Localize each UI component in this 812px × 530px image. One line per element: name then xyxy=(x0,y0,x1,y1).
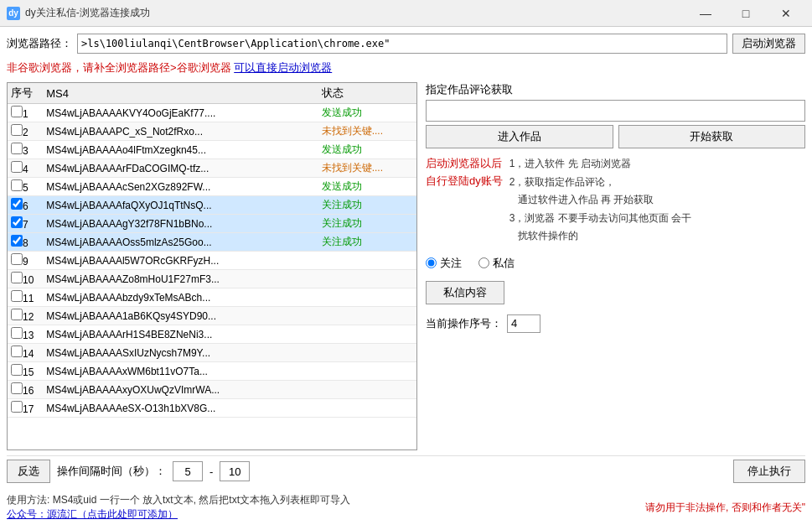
public-link[interactable]: 公众号：源流汇（点击此处即可添加） xyxy=(7,507,350,522)
row-checkbox[interactable] xyxy=(11,216,23,228)
work-url-input[interactable] xyxy=(426,100,805,122)
instruction-1: 1，进入软件 先 启动浏览器 xyxy=(509,155,805,174)
interval-to-input[interactable] xyxy=(220,461,250,481)
row-checkbox[interactable] xyxy=(11,198,23,210)
col-header-seq: 序号 xyxy=(8,83,43,104)
row-checkbox[interactable] xyxy=(11,179,23,191)
row-checkbox[interactable] xyxy=(11,309,23,320)
row-checkbox[interactable] xyxy=(11,253,23,265)
left-panel: 序号 MS4 状态 1MS4wLjABAAAAKVY4OoGjEaKf77...… xyxy=(7,82,417,450)
table-row: 14MS4wLjABAAAASxIUzNycsh7M9Y... xyxy=(8,344,416,362)
row-ms4: MS4wLjABAAAAKVY4OoGjEaKf77.... xyxy=(43,104,318,122)
row-seq: 16 xyxy=(23,385,34,397)
private-radio-label[interactable]: 私信 xyxy=(478,256,515,271)
private-msg-button[interactable]: 私信内容 xyxy=(426,281,504,304)
enter-work-button[interactable]: 进入作品 xyxy=(426,125,613,148)
section-label: 指定作品评论获取 xyxy=(426,82,805,97)
login-hint: 启动浏览器以后 自行登陆dy账号 xyxy=(426,155,503,246)
table-row: 12MS4wLjABAAAA1aB6KQsy4SYD90... xyxy=(8,307,416,325)
current-op-input[interactable] xyxy=(507,314,540,333)
row-checkbox[interactable] xyxy=(11,327,23,339)
table-row: 17MS4wLjABAAAAeSX-O13h1bXV8G... xyxy=(8,399,416,418)
start-browser-button[interactable]: 启动浏览器 xyxy=(732,34,805,54)
row-checkbox[interactable] xyxy=(11,346,23,357)
row-checkbox[interactable] xyxy=(11,401,23,413)
row-status: 关注成功 xyxy=(318,196,416,215)
table-row: 4MS4wLjABAAAArFDaCOGIMQ-tfz...未找到关键.... xyxy=(8,159,416,178)
row-ms4: MS4wLjABAAAAo4lFtmXzegkn45... xyxy=(43,141,318,159)
row-seq: 2 xyxy=(23,127,28,138)
table-header-row: 序号 MS4 状态 xyxy=(8,83,416,104)
row-status: 未找到关键.... xyxy=(318,122,416,141)
follow-radio[interactable] xyxy=(426,257,437,268)
row-ms4: MS4wLjABAAAAeSX-O13h1bXV8G... xyxy=(43,399,318,418)
row-seq: 15 xyxy=(23,366,34,378)
row-status xyxy=(318,252,416,270)
row-seq: 17 xyxy=(23,403,34,415)
row-status xyxy=(318,381,416,399)
follow-radio-label[interactable]: 关注 xyxy=(426,256,462,271)
row-status: 关注成功 xyxy=(318,233,416,252)
ms4-table: 序号 MS4 状态 1MS4wLjABAAAAKVY4OoGjEaKf77...… xyxy=(8,83,416,418)
row-status: 未找到关键.... xyxy=(318,159,416,178)
col-header-status: 状态 xyxy=(318,83,416,104)
row-status: 发送成功 xyxy=(318,104,416,122)
interval-label: 操作间隔时间（秒）： xyxy=(57,464,166,479)
invert-selection-button[interactable]: 反选 xyxy=(7,460,50,483)
row-seq: 10 xyxy=(23,274,34,286)
row-ms4: MS4wLjABAAAAxWM6bt11vO7Ta... xyxy=(43,362,318,381)
row-ms4: MS4wLjABAAAArFDaCOGIMQ-tfz... xyxy=(43,159,318,178)
login-hint-line1: 启动浏览器以后 xyxy=(426,157,502,169)
app-icon: dy xyxy=(7,7,20,20)
bottom-controls: 反选 操作间隔时间（秒）： - 停止执行 xyxy=(7,455,805,486)
title-text: dy关注私信-浏览器连接成功 xyxy=(25,6,686,20)
stop-execute-button[interactable]: 停止执行 xyxy=(733,460,805,483)
row-seq: 9 xyxy=(23,256,28,268)
table-row: 2MS4wLjABAAAPC_xS_Not2fRxo...未找到关键.... xyxy=(8,122,416,141)
row-status xyxy=(318,362,416,381)
row-checkbox[interactable] xyxy=(11,235,23,247)
table-row: 7MS4wLjABAAAAgY32f78FN1bBNo...关注成功 xyxy=(8,215,416,233)
row-ms4: MS4wLjABAAAArH1S4BE8ZNeNi3... xyxy=(43,325,318,344)
row-checkbox[interactable] xyxy=(11,106,23,117)
table-row: 6MS4wLjABAAAAfaQXyOJ1qTtNsQ...关注成功 xyxy=(8,196,416,215)
start-fetch-button[interactable]: 开始获取 xyxy=(618,125,806,148)
table-body: 1MS4wLjABAAAAKVY4OoGjEaKf77....发送成功2MS4w… xyxy=(8,104,416,418)
row-checkbox[interactable] xyxy=(11,143,23,154)
minimize-button[interactable]: — xyxy=(686,0,725,27)
interval-dash: - xyxy=(209,465,213,478)
interval-from-input[interactable] xyxy=(173,461,203,481)
row-seq: 3 xyxy=(23,145,28,157)
browser-row: 浏览器路径： 启动浏览器 xyxy=(7,34,805,54)
browser-warning: 非谷歌浏览器，请补全浏览器路径>谷歌浏览器 可以直接启动浏览器 xyxy=(7,59,805,77)
row-seq: 7 xyxy=(23,219,28,231)
table-row: 3MS4wLjABAAAAo4lFtmXzegkn45...发送成功 xyxy=(8,141,416,159)
browser-path-label: 浏览器路径： xyxy=(7,36,72,51)
maximize-button[interactable]: □ xyxy=(727,0,765,27)
row-checkbox[interactable] xyxy=(11,161,23,173)
row-seq: 13 xyxy=(23,330,34,341)
row-status xyxy=(318,307,416,325)
private-radio[interactable] xyxy=(478,257,489,268)
row-checkbox[interactable] xyxy=(11,272,23,283)
row-checkbox[interactable] xyxy=(11,290,23,302)
browser-path-input[interactable] xyxy=(77,34,727,54)
table-row: 9MS4wLjABAAAAl5W7ORcGKRFyzH... xyxy=(8,252,416,270)
info-area: 启动浏览器以后 自行登陆dy账号 1，进入软件 先 启动浏览器 2，获取指定作品… xyxy=(426,155,805,246)
table-row: 8MS4wLjABAAAAOss5mlzAs25Goo...关注成功 xyxy=(8,233,416,252)
row-status xyxy=(318,325,416,344)
right-panel: 指定作品评论获取 进入作品 开始获取 启动浏览器以后 自行登陆dy账号 1，进入… xyxy=(426,82,805,450)
direct-start-link[interactable]: 可以直接启动浏览器 xyxy=(234,61,332,74)
row-checkbox[interactable] xyxy=(11,364,23,376)
row-ms4: MS4wLjABAAAAxyOXUwQzVImrWA... xyxy=(43,381,318,399)
col-header-ms4: MS4 xyxy=(43,83,318,104)
main-window: 浏览器路径： 启动浏览器 非谷歌浏览器，请补全浏览器路径>谷歌浏览器 可以直接启… xyxy=(0,27,812,530)
instruction-5: 扰软件操作的 xyxy=(509,227,805,246)
row-status: 发送成功 xyxy=(318,178,416,196)
close-button[interactable]: ✕ xyxy=(767,0,805,27)
instruction-2: 2，获取指定作品评论， xyxy=(509,174,805,192)
row-checkbox[interactable] xyxy=(11,382,23,394)
instruction-3: 通过软件进入作品 再 开始获取 xyxy=(509,191,805,210)
work-fetch-section: 指定作品评论获取 进入作品 开始获取 xyxy=(426,82,805,148)
row-checkbox[interactable] xyxy=(11,124,23,136)
